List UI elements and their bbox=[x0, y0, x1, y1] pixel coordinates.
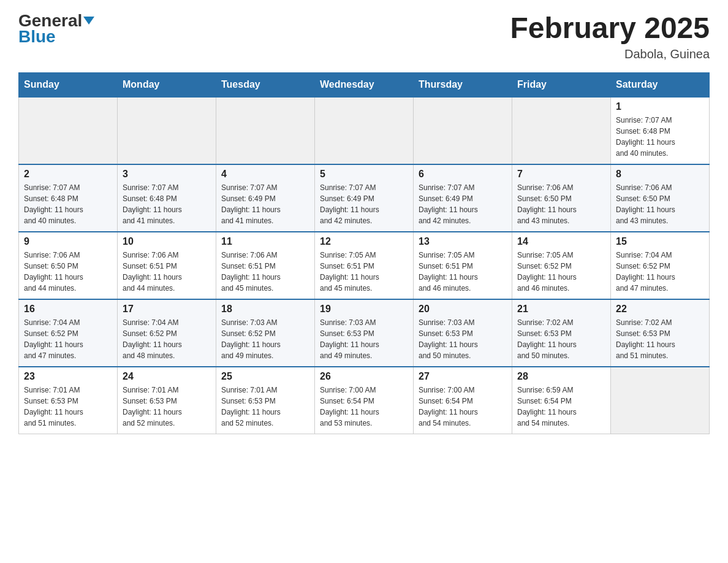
day-info: Sunrise: 7:04 AMSunset: 6:52 PMDaylight:… bbox=[24, 317, 112, 361]
day-info: Sunrise: 6:59 AMSunset: 6:54 PMDaylight:… bbox=[517, 385, 605, 429]
day-info: Sunrise: 7:07 AMSunset: 6:49 PMDaylight:… bbox=[221, 182, 309, 226]
calendar-table: SundayMondayTuesdayWednesdayThursdayFrid… bbox=[18, 72, 710, 435]
day-info: Sunrise: 7:06 AMSunset: 6:51 PMDaylight:… bbox=[221, 250, 309, 294]
day-number: 16 bbox=[24, 304, 112, 315]
day-info: Sunrise: 7:05 AMSunset: 6:51 PMDaylight:… bbox=[320, 250, 408, 294]
day-number: 11 bbox=[221, 236, 309, 247]
day-header-monday: Monday bbox=[118, 72, 216, 97]
day-number: 12 bbox=[320, 236, 408, 247]
day-header-thursday: Thursday bbox=[414, 72, 512, 97]
calendar-cell: 26Sunrise: 7:00 AMSunset: 6:54 PMDayligh… bbox=[315, 367, 414, 434]
calendar-cell: 24Sunrise: 7:01 AMSunset: 6:53 PMDayligh… bbox=[118, 367, 216, 434]
day-header-saturday: Saturday bbox=[611, 72, 710, 97]
calendar-cell bbox=[611, 367, 710, 434]
calendar-cell: 8Sunrise: 7:06 AMSunset: 6:50 PMDaylight… bbox=[611, 164, 710, 232]
day-info: Sunrise: 7:04 AMSunset: 6:52 PMDaylight:… bbox=[616, 250, 704, 294]
calendar-cell: 23Sunrise: 7:01 AMSunset: 6:53 PMDayligh… bbox=[19, 367, 118, 434]
calendar-cell: 16Sunrise: 7:04 AMSunset: 6:52 PMDayligh… bbox=[19, 299, 118, 367]
calendar-cell: 11Sunrise: 7:06 AMSunset: 6:51 PMDayligh… bbox=[216, 232, 315, 299]
day-number: 10 bbox=[123, 236, 211, 247]
calendar-cell: 6Sunrise: 7:07 AMSunset: 6:49 PMDaylight… bbox=[414, 164, 512, 232]
calendar-header-row: SundayMondayTuesdayWednesdayThursdayFrid… bbox=[19, 72, 710, 97]
week-row-4: 16Sunrise: 7:04 AMSunset: 6:52 PMDayligh… bbox=[19, 299, 710, 367]
day-header-wednesday: Wednesday bbox=[315, 72, 414, 97]
day-header-tuesday: Tuesday bbox=[216, 72, 315, 97]
day-info: Sunrise: 7:07 AMSunset: 6:48 PMDaylight:… bbox=[24, 182, 112, 226]
day-number: 7 bbox=[517, 169, 605, 180]
day-number: 24 bbox=[123, 371, 211, 382]
calendar-cell: 25Sunrise: 7:01 AMSunset: 6:53 PMDayligh… bbox=[216, 367, 315, 434]
day-info: Sunrise: 7:07 AMSunset: 6:48 PMDaylight:… bbox=[616, 115, 704, 159]
day-info: Sunrise: 7:06 AMSunset: 6:50 PMDaylight:… bbox=[24, 250, 112, 294]
day-info: Sunrise: 7:06 AMSunset: 6:50 PMDaylight:… bbox=[616, 182, 704, 226]
day-number: 14 bbox=[517, 236, 605, 247]
day-info: Sunrise: 7:03 AMSunset: 6:53 PMDaylight:… bbox=[419, 317, 507, 361]
day-info: Sunrise: 7:02 AMSunset: 6:53 PMDaylight:… bbox=[616, 317, 704, 361]
day-info: Sunrise: 7:00 AMSunset: 6:54 PMDaylight:… bbox=[320, 385, 408, 429]
calendar-cell: 9Sunrise: 7:06 AMSunset: 6:50 PMDaylight… bbox=[19, 232, 118, 299]
day-header-friday: Friday bbox=[512, 72, 611, 97]
week-row-1: 1Sunrise: 7:07 AMSunset: 6:48 PMDaylight… bbox=[19, 97, 710, 164]
day-number: 26 bbox=[320, 371, 408, 382]
day-info: Sunrise: 7:00 AMSunset: 6:54 PMDaylight:… bbox=[419, 385, 507, 429]
day-info: Sunrise: 7:07 AMSunset: 6:49 PMDaylight:… bbox=[419, 182, 507, 226]
day-info: Sunrise: 7:07 AMSunset: 6:49 PMDaylight:… bbox=[320, 182, 408, 226]
week-row-5: 23Sunrise: 7:01 AMSunset: 6:53 PMDayligh… bbox=[19, 367, 710, 434]
calendar-cell: 21Sunrise: 7:02 AMSunset: 6:53 PMDayligh… bbox=[512, 299, 611, 367]
day-info: Sunrise: 7:07 AMSunset: 6:48 PMDaylight:… bbox=[123, 182, 211, 226]
calendar-cell bbox=[216, 97, 315, 164]
calendar-cell: 10Sunrise: 7:06 AMSunset: 6:51 PMDayligh… bbox=[118, 232, 216, 299]
day-number: 17 bbox=[123, 304, 211, 315]
month-title: February 2025 bbox=[510, 12, 710, 45]
week-row-2: 2Sunrise: 7:07 AMSunset: 6:48 PMDaylight… bbox=[19, 164, 710, 232]
day-number: 15 bbox=[616, 236, 704, 247]
day-info: Sunrise: 7:06 AMSunset: 6:51 PMDaylight:… bbox=[123, 250, 211, 294]
day-number: 21 bbox=[517, 304, 605, 315]
calendar-cell: 15Sunrise: 7:04 AMSunset: 6:52 PMDayligh… bbox=[611, 232, 710, 299]
calendar-cell: 4Sunrise: 7:07 AMSunset: 6:49 PMDaylight… bbox=[216, 164, 315, 232]
logo-blue: Blue bbox=[18, 27, 56, 47]
day-number: 2 bbox=[24, 169, 112, 180]
location: Dabola, Guinea bbox=[510, 47, 710, 61]
calendar-cell bbox=[315, 97, 414, 164]
calendar-cell bbox=[414, 97, 512, 164]
day-number: 6 bbox=[419, 169, 507, 180]
day-number: 20 bbox=[419, 304, 507, 315]
day-number: 13 bbox=[419, 236, 507, 247]
calendar-cell: 3Sunrise: 7:07 AMSunset: 6:48 PMDaylight… bbox=[118, 164, 216, 232]
calendar-cell: 14Sunrise: 7:05 AMSunset: 6:52 PMDayligh… bbox=[512, 232, 611, 299]
day-number: 25 bbox=[221, 371, 309, 382]
calendar-cell: 17Sunrise: 7:04 AMSunset: 6:52 PMDayligh… bbox=[118, 299, 216, 367]
day-info: Sunrise: 7:04 AMSunset: 6:52 PMDaylight:… bbox=[123, 317, 211, 361]
page-header: General Blue February 2025 Dabola, Guine… bbox=[18, 12, 710, 61]
day-number: 5 bbox=[320, 169, 408, 180]
day-number: 1 bbox=[616, 101, 704, 112]
calendar-cell bbox=[118, 97, 216, 164]
calendar-cell: 7Sunrise: 7:06 AMSunset: 6:50 PMDaylight… bbox=[512, 164, 611, 232]
calendar-cell: 2Sunrise: 7:07 AMSunset: 6:48 PMDaylight… bbox=[19, 164, 118, 232]
day-info: Sunrise: 7:01 AMSunset: 6:53 PMDaylight:… bbox=[123, 385, 211, 429]
calendar-cell: 5Sunrise: 7:07 AMSunset: 6:49 PMDaylight… bbox=[315, 164, 414, 232]
logo: General Blue bbox=[18, 12, 94, 47]
calendar-cell: 27Sunrise: 7:00 AMSunset: 6:54 PMDayligh… bbox=[414, 367, 512, 434]
calendar-cell: 22Sunrise: 7:02 AMSunset: 6:53 PMDayligh… bbox=[611, 299, 710, 367]
day-info: Sunrise: 7:06 AMSunset: 6:50 PMDaylight:… bbox=[517, 182, 605, 226]
day-info: Sunrise: 7:01 AMSunset: 6:53 PMDaylight:… bbox=[221, 385, 309, 429]
day-number: 28 bbox=[517, 371, 605, 382]
day-header-sunday: Sunday bbox=[19, 72, 118, 97]
day-info: Sunrise: 7:01 AMSunset: 6:53 PMDaylight:… bbox=[24, 385, 112, 429]
day-number: 8 bbox=[616, 169, 704, 180]
calendar-cell bbox=[512, 97, 611, 164]
day-info: Sunrise: 7:02 AMSunset: 6:53 PMDaylight:… bbox=[517, 317, 605, 361]
calendar-cell: 12Sunrise: 7:05 AMSunset: 6:51 PMDayligh… bbox=[315, 232, 414, 299]
day-info: Sunrise: 7:05 AMSunset: 6:51 PMDaylight:… bbox=[419, 250, 507, 294]
calendar-cell: 18Sunrise: 7:03 AMSunset: 6:52 PMDayligh… bbox=[216, 299, 315, 367]
day-number: 18 bbox=[221, 304, 309, 315]
day-info: Sunrise: 7:03 AMSunset: 6:52 PMDaylight:… bbox=[221, 317, 309, 361]
calendar-cell: 28Sunrise: 6:59 AMSunset: 6:54 PMDayligh… bbox=[512, 367, 611, 434]
calendar-cell: 20Sunrise: 7:03 AMSunset: 6:53 PMDayligh… bbox=[414, 299, 512, 367]
day-number: 23 bbox=[24, 371, 112, 382]
title-area: February 2025 Dabola, Guinea bbox=[510, 12, 710, 61]
day-number: 4 bbox=[221, 169, 309, 180]
calendar-cell bbox=[19, 97, 118, 164]
